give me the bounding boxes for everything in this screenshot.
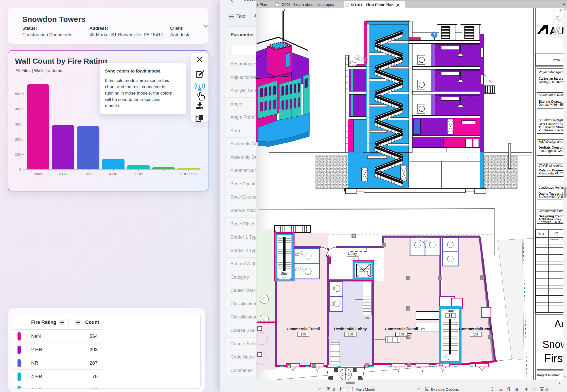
svg-text:Commercial/Retail: Commercial/Retail [385,327,418,331]
svg-text:Pittsburgh, PA 7746: Pittsburgh, PA 7746 [539,172,566,175]
svg-text:H: H [407,277,409,280]
svg-text:NR: NR [85,172,91,176]
svg-text:H: H [383,244,385,247]
svg-text:H: H [409,364,410,367]
svg-text:?: ? [433,32,436,37]
svg-text:1 HR Smo...: 1 HR Smo... [179,172,200,176]
svg-text:Project Managemen: Project Managemen [539,70,567,74]
svg-text:No.: No. [538,231,545,236]
svg-text:H: H [353,235,355,238]
svg-text:H: H [482,277,483,279]
svg-text:500: 500 [15,92,21,96]
svg-text:Brownsville, PA 528: Brownsville, PA 528 [539,195,566,199]
svg-text:E2: E2 [362,272,365,275]
svg-text:D: D [555,231,558,236]
svg-text:Project Number: Project Number [537,373,560,377]
svg-text:Los Angeles, CA 783: Los Angeles, CA 783 [539,149,567,153]
svg-text:300: 300 [15,122,21,126]
svg-text:0: 0 [19,167,21,172]
svg-text:105: 105 [301,333,306,336]
svg-text:1 HR: 1 HR [134,172,143,176]
svg-text:Stair: Stair [447,309,454,313]
svg-text:S3: S3 [449,314,452,317]
svg-text:DN: DN [365,317,369,319]
svg-text:2 HR: 2 HR [59,172,67,176]
svg-text:Commercial Kitcher: Commercial Kitcher [539,209,566,213]
svg-text:H: H [408,336,410,339]
svg-text:H: H [440,363,442,366]
svg-text:H: H [366,365,368,367]
svg-text:400: 400 [15,107,21,111]
svg-text:Chicago, IL 28246: Chicago, IL 28246 [539,80,564,84]
svg-text:MEP Design and Mo: MEP Design and Mo [539,140,567,144]
svg-text:100: 100 [15,152,21,156]
svg-text:200: 200 [15,137,21,141]
svg-text:www.a: www.a [553,58,562,62]
svg-text:Elevator: Elevator [357,267,369,271]
svg-text:Cartesian Inverse,: Cartesian Inverse, [539,77,566,80]
svg-text:Civil Engineering:: Civil Engineering: [539,164,563,167]
svg-text:NaN: NaN [34,172,42,176]
svg-text:H: H [439,277,441,280]
svg-text:Droffats Consulting: Droffats Consulting [539,146,567,149]
svg-text:4 HR: 4 HR [109,172,118,176]
svg-text:Utility: Utility [348,251,357,256]
svg-text:108: 108 [399,333,404,336]
svg-text:Stair: Stair [281,271,288,275]
svg-text:DN: DN [421,327,424,330]
svg-text:Schematic D: Schematic D [550,238,563,241]
svg-text:106: 106 [348,333,353,336]
svg-text:109: 109 [473,333,478,336]
svg-text:H: H [288,365,290,368]
svg-text:107: 107 [350,257,355,261]
svg-text:Residential Lobby: Residential Lobby [334,327,367,331]
svg-text:H: H [313,365,315,368]
svg-text:2D: 2D [558,20,561,22]
svg-text:Commercial/Retail: Commercial/Retail [459,327,492,331]
svg-text:Landscape Architec: Landscape Architec [539,186,566,189]
svg-text:Architectural Desig: Architectural Desig [538,93,565,97]
svg-text:Commercial/Retail: Commercial/Retail [287,327,320,331]
svg-text:H: H [489,336,491,339]
svg-text:Structural Design a: Structural Design a [539,118,565,122]
svg-text:Knoxville, TN 36664: Knoxville, TN 36664 [539,220,567,224]
svg-text:Purchasing Decision: Purchasing Decision [539,129,567,132]
svg-text:S2: S2 [282,276,286,280]
svg-text:H: H [407,308,409,310]
svg-text:Detroit, MI 96435: Detroit, MI 96435 [539,103,563,106]
